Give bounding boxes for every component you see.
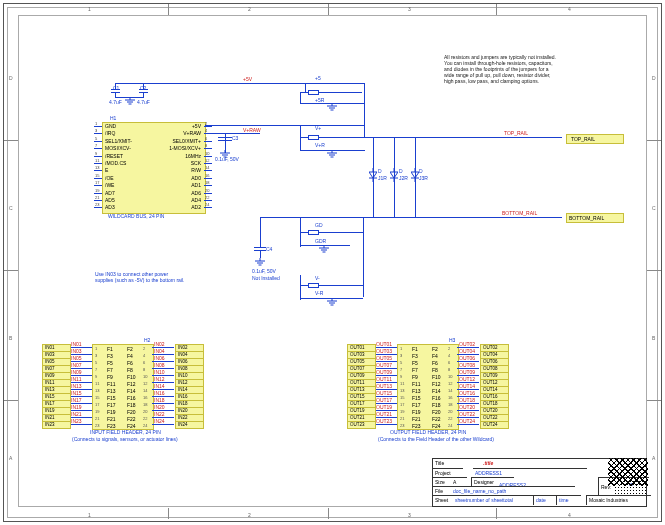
- chip-lpin-8: /WE: [105, 182, 114, 188]
- net-top-rail: TOP_RAIL: [504, 130, 528, 136]
- sig-in-l-3: OUT07: [376, 362, 392, 368]
- sig-in-l-7: OUT15: [376, 390, 392, 396]
- h3-ref: H3: [449, 337, 455, 343]
- sig-in-r-1: OUT04: [459, 348, 475, 354]
- sig-in-r-7: IN16: [154, 390, 165, 396]
- chip-lpin-4: /RESET: [105, 153, 123, 159]
- sig-in-l-11: OUT23: [376, 418, 392, 424]
- h2-ref: H2: [144, 337, 150, 343]
- gnd-gdr: [318, 245, 330, 253]
- gnd-vr: [326, 150, 338, 158]
- sig-in-l-1: IN03: [71, 348, 82, 354]
- sig-in-l-0: IN01: [71, 341, 82, 347]
- h3-sub: (Connects to the Field Header of the oth…: [378, 436, 494, 442]
- chip-lnum-1: 3: [95, 128, 97, 133]
- ruler-col-2b: 2: [248, 512, 251, 518]
- sig-in-r-4: IN10: [154, 369, 165, 375]
- sig-in-r-6: IN14: [154, 383, 165, 389]
- chip-lnum-10: 21: [95, 195, 99, 200]
- ruler-row-Dr: D: [652, 75, 656, 81]
- ruler-row-Ar: A: [652, 455, 655, 461]
- sig-in-r-3: OUT08: [459, 362, 475, 368]
- h2-title: INPUT FIELD HEADER, 24 PIN: [90, 429, 161, 435]
- sig-in-r-2: OUT06: [459, 355, 475, 361]
- c3-ref: C3: [232, 135, 238, 141]
- ruler-row-Dl: D: [9, 75, 13, 81]
- chip-lnum-8: 17: [95, 180, 99, 185]
- sig-in-r-6: OUT14: [459, 383, 475, 389]
- chip-rnum-8: 18: [205, 180, 209, 185]
- gnd-c3: [219, 150, 231, 158]
- ruler-col-1t: 1: [88, 6, 91, 12]
- chip-lpin-6: E: [105, 167, 108, 173]
- tb-sheet-val: sheetnumber of sheettotal: [453, 495, 537, 505]
- chip-rpin-3: 1-MOSI/XCV+: [163, 145, 201, 151]
- gnd-5r: [326, 103, 338, 111]
- chip-lpin-1: /IRQ: [105, 130, 115, 136]
- j3r: [411, 168, 419, 182]
- sig-in-l-10: OUT21: [376, 411, 392, 417]
- chip-rnum-11: 24: [205, 202, 209, 207]
- c1-ref: C1: [113, 85, 119, 91]
- chip-lpin-11: AD3: [105, 204, 115, 210]
- ruler-col-3b: 3: [408, 512, 411, 518]
- sig-in-l-7: IN15: [71, 390, 82, 396]
- c4-val: 0.1uF, 50V: [252, 268, 276, 274]
- label-+5v: +5V: [243, 76, 252, 82]
- c1-val: 4.7uF: [109, 99, 122, 105]
- chip-rpin-2: SEL0/XMIT+: [163, 138, 201, 144]
- c4-extra: Not Installed: [252, 275, 280, 281]
- tb-company: Mosaic Industries: [586, 495, 651, 505]
- sig-in-l-2: OUT05: [376, 355, 392, 361]
- port-l-11: OUT23: [347, 421, 376, 429]
- sig-in-r-11: IN24: [154, 418, 165, 424]
- sig-in-r-1: IN04: [154, 348, 165, 354]
- label-gdr: GDR: [315, 238, 326, 244]
- sig-in-r-0: OUT02: [459, 341, 475, 347]
- sig-in-l-6: IN13: [71, 383, 82, 389]
- note-power: Use IN03 to connect other powersupplies …: [95, 271, 215, 283]
- ruler-row-Al: A: [9, 455, 12, 461]
- label-vr: V+R: [315, 142, 325, 148]
- sig-in-l-11: IN23: [71, 418, 82, 424]
- logo-dots: [614, 480, 648, 494]
- chip-lpin-5: /MOD.CS: [105, 160, 126, 166]
- j1r: [369, 168, 377, 182]
- chip-lnum-11: 23: [95, 202, 99, 207]
- ruler-row-Br: B: [652, 335, 655, 341]
- chip-rpin-8: AD1: [163, 182, 201, 188]
- chip-rnum-9: 20: [205, 188, 209, 193]
- chip-lpin-7: /OE: [105, 175, 114, 181]
- label-vmr: V-R: [315, 290, 323, 296]
- sig-in-r-2: IN06: [154, 355, 165, 361]
- sig-in-r-7: OUT16: [459, 390, 475, 396]
- chip-lpin-9: AD7: [105, 190, 115, 196]
- chip-rnum-4: 10: [205, 151, 209, 156]
- c2-val: 4.7uF: [137, 99, 150, 105]
- j2r: [390, 168, 398, 182]
- sig-in-r-10: OUT22: [459, 411, 475, 417]
- sig-in-r-9: OUT20: [459, 404, 475, 410]
- sig-in-l-0: OUT01: [376, 341, 392, 347]
- chip-lnum-7: 15: [95, 173, 99, 178]
- tb-time: time: [556, 495, 581, 505]
- j1r-d: D: [378, 168, 382, 174]
- gnd-vmr: [326, 298, 338, 306]
- sig-in-l-8: IN17: [71, 397, 82, 403]
- port-r-11: OUT24: [480, 421, 509, 429]
- sig-in-l-4: OUT09: [376, 369, 392, 375]
- chip-lnum-5: 11: [95, 158, 99, 163]
- chip-rpin-7: AD0: [163, 175, 201, 181]
- sig-in-r-3: IN08: [154, 362, 165, 368]
- port-l-11: IN23: [42, 421, 71, 429]
- sig-in-r-11: OUT24: [459, 418, 475, 424]
- chip-rpin-0: +5V: [163, 123, 201, 129]
- sig-in-l-5: IN11: [71, 376, 82, 382]
- chip-rpin-4: 16MHz: [163, 153, 201, 159]
- chip-lpin-3: MOSI/XCV-: [105, 145, 131, 151]
- chip-rpin-10: AD4: [163, 197, 201, 203]
- sig-in-l-9: IN19: [71, 404, 82, 410]
- chip-lpin-0: GND: [105, 123, 116, 129]
- chip-lpin-10: AD5: [105, 197, 115, 203]
- label-vraw: V+RAW: [243, 127, 261, 133]
